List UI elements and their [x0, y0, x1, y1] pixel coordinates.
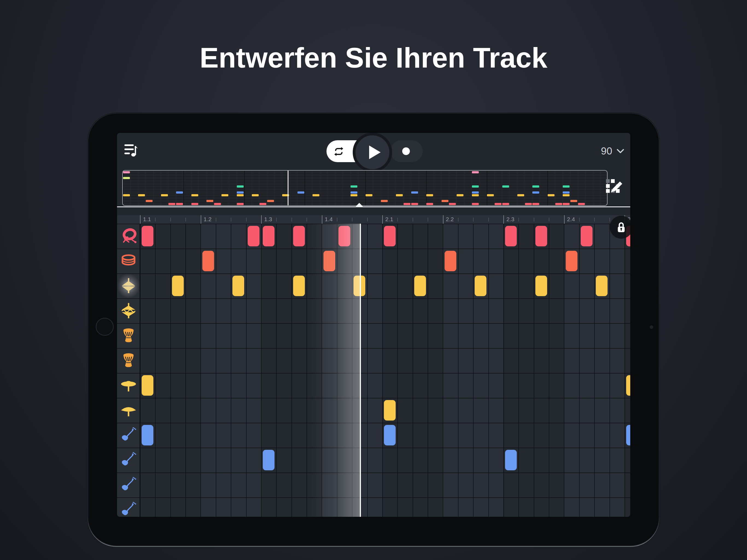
step-grid[interactable] — [117, 224, 630, 517]
lock-icon — [616, 221, 627, 233]
minimap-mark — [502, 203, 509, 205]
note-kick-step-11[interactable] — [293, 226, 305, 246]
ruler-tick-minor — [170, 218, 171, 222]
kick-drum-icon — [120, 227, 137, 245]
note-bass-1-step-1[interactable] — [141, 425, 153, 446]
note-kick-step-1[interactable] — [141, 226, 153, 246]
ipad-device: 90 — [87, 113, 660, 547]
ruler-tick-minor — [337, 218, 337, 222]
minimap-mark — [191, 203, 198, 205]
track-icon-kick[interactable] — [117, 224, 140, 249]
ruler-tick-minor — [216, 218, 216, 222]
note-hihat-closed-step-11[interactable] — [293, 276, 305, 296]
minimap-mark — [495, 203, 501, 205]
note-hihat-closed-step-3[interactable] — [172, 276, 184, 296]
note-crash-cymbal-step-17[interactable] — [384, 400, 396, 421]
note-kick-step-17[interactable] — [384, 226, 396, 246]
track-icon-crash-cymbal[interactable] — [117, 398, 140, 423]
minimap-mark — [472, 185, 479, 187]
note-bass-1-step-17[interactable] — [384, 425, 396, 446]
note-bass-2-step-25[interactable] — [505, 450, 517, 470]
track-icon-snare[interactable] — [117, 249, 140, 274]
track-icon-bass-4[interactable] — [117, 498, 140, 517]
timeline-ruler[interactable]: 1.11.21.31.42.12.22.32.43.1 — [117, 215, 630, 224]
minimap-mark — [123, 171, 130, 173]
minimap-mark — [176, 203, 183, 205]
minimap-mark — [525, 203, 532, 205]
record-button[interactable] — [390, 140, 423, 162]
play-button[interactable] — [353, 133, 392, 172]
edit-pattern-button[interactable] — [605, 178, 623, 197]
ruler-label: 2.3 — [506, 216, 514, 223]
note-kick-step-25[interactable] — [505, 226, 517, 246]
minimap-mark — [396, 194, 403, 196]
minimap-mark — [237, 203, 243, 205]
track-icon-bass-3[interactable] — [117, 473, 140, 498]
minimap-mark — [161, 194, 168, 196]
note-kick-step-8[interactable] — [248, 226, 259, 246]
track-icon-bass-2[interactable] — [117, 448, 140, 473]
home-button[interactable] — [96, 318, 114, 336]
crash-cymbal-icon — [120, 403, 137, 418]
bass-guitar-icon — [120, 452, 137, 469]
note-kick-step-14[interactable] — [338, 226, 350, 246]
ruler-tick-minor — [352, 218, 353, 222]
note-bass-1-step-33[interactable] — [626, 425, 630, 446]
minimap-mark — [237, 185, 243, 187]
note-hihat-closed-step-15[interactable] — [354, 276, 365, 296]
ruler-tick-minor — [549, 218, 549, 222]
minimap-mark — [176, 192, 183, 194]
bass-guitar-icon — [120, 476, 137, 494]
lock-button[interactable] — [610, 216, 630, 239]
note-bass-2-step-9[interactable] — [263, 450, 275, 470]
minimap-mark — [442, 200, 448, 202]
track-icon-djembe-high[interactable] — [117, 323, 140, 348]
track-icon-hihat-open[interactable] — [117, 298, 140, 323]
ruler-label: 1.1 — [143, 216, 151, 223]
note-kick-step-27[interactable] — [535, 226, 547, 246]
minimap-mark — [138, 194, 145, 196]
playhead — [360, 224, 361, 517]
play-icon — [369, 146, 381, 159]
note-ride-cymbal-step-33[interactable] — [626, 375, 630, 396]
note-snare-step-5[interactable] — [202, 251, 214, 271]
song-overview-minimap[interactable] — [122, 170, 608, 206]
track-icon-hihat-closed[interactable] — [117, 274, 140, 298]
ruler-tick-major — [382, 215, 383, 224]
note-hihat-closed-step-27[interactable] — [535, 276, 547, 296]
note-snare-step-13[interactable] — [324, 251, 335, 271]
minimap-mark — [169, 203, 175, 205]
ruler-label: 1.4 — [325, 216, 333, 223]
minimap-mark — [214, 203, 221, 205]
note-hihat-closed-step-23[interactable] — [475, 276, 486, 296]
timeline-scrubber[interactable] — [117, 206, 630, 207]
track-icon-ride-cymbal[interactable] — [117, 373, 140, 398]
scrubber-notch — [356, 203, 363, 206]
track-icon-djembe-low[interactable] — [117, 348, 140, 373]
minimap-mark — [555, 203, 562, 205]
minimap-mark — [411, 192, 418, 194]
djembe-icon — [121, 352, 136, 369]
ruler-tick-major — [504, 215, 504, 224]
note-hihat-closed-step-19[interactable] — [414, 276, 426, 296]
minimap-mark — [472, 192, 479, 194]
ruler-tick-major — [564, 215, 565, 224]
ruler-tick-major — [322, 215, 323, 224]
snare-drum-icon — [120, 253, 137, 269]
minimap-mark — [237, 192, 243, 194]
note-kick-step-9[interactable] — [263, 226, 275, 246]
tempo-selector[interactable]: 90 — [601, 133, 624, 170]
song-list-button[interactable] — [124, 144, 140, 157]
minimap-mark — [404, 203, 410, 205]
ruler-tick-minor — [413, 218, 413, 222]
note-hihat-closed-step-7[interactable] — [232, 276, 244, 296]
track-icon-bass-1[interactable] — [117, 423, 140, 448]
minimap-mark — [517, 194, 524, 196]
note-hihat-closed-step-31[interactable] — [596, 276, 608, 296]
note-ride-cymbal-step-1[interactable] — [141, 375, 153, 396]
note-snare-step-29[interactable] — [566, 251, 577, 271]
note-snare-step-21[interactable] — [445, 251, 456, 271]
note-kick-step-30[interactable] — [581, 226, 593, 246]
minimap-mark — [267, 200, 274, 202]
minimap-mark — [191, 194, 198, 196]
